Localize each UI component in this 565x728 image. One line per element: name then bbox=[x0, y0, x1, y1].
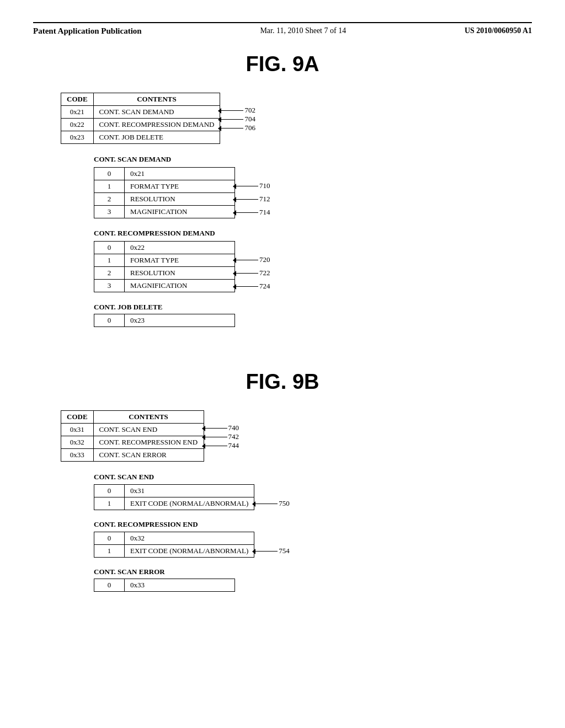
ref-704: 704 bbox=[220, 115, 255, 124]
arrow-icon bbox=[236, 260, 258, 260]
arrow-icon bbox=[221, 110, 243, 111]
sub-table-wrapper: 0 0x31 1 EXIT CODE (NORMAL/ABNORMAL) 750 bbox=[94, 484, 504, 510]
col-header-code: CODE bbox=[61, 93, 94, 106]
contents-cell: 0x31 bbox=[125, 484, 254, 497]
index-cell: 0 bbox=[94, 532, 125, 544]
code-cell: 0x31 bbox=[61, 424, 94, 436]
sub-section-title: CONT. SCAN ERROR bbox=[94, 568, 504, 576]
contents-cell: 0x32 bbox=[125, 532, 254, 544]
table-row: 1 FORMAT TYPE bbox=[94, 254, 235, 266]
fig9b-main-table-wrapper: CODE CONTENTS 0x31 CONT. SCAN END 0x32 C… bbox=[61, 410, 504, 462]
fig9b-ref-labels: 740 742 744 bbox=[204, 410, 239, 450]
ref-number: 720 bbox=[259, 255, 270, 264]
index-cell: 0 bbox=[94, 579, 125, 592]
table-row: 0x33 CONT. SCAN ERROR bbox=[61, 449, 204, 462]
section-gap bbox=[61, 337, 504, 359]
col-header-contents: CONTENTS bbox=[93, 411, 204, 424]
table-row: 3 MAGNIFICATION bbox=[94, 205, 235, 218]
index-cell: 1 bbox=[94, 544, 125, 557]
cont-job-delete-table: 0 0x23 bbox=[94, 314, 235, 327]
page-header: Patent Application Publication Mar. 11, … bbox=[33, 22, 532, 36]
table-row: 0 0x22 bbox=[94, 241, 235, 254]
cont-scan-error-section: CONT. SCAN ERROR 0 0x33 bbox=[94, 568, 504, 592]
ref-number: 712 bbox=[259, 195, 270, 204]
fig9a-main-table: CODE CONTENTS 0x21 CONT. SCAN DEMAND 0x2… bbox=[61, 93, 220, 144]
contents-cell: EXIT CODE (NORMAL/ABNORMAL) bbox=[125, 497, 254, 510]
contents-cell: 0x23 bbox=[125, 314, 235, 327]
header-left: Patent Application Publication bbox=[33, 26, 142, 36]
header-right: US 2010/0060950 A1 bbox=[465, 26, 532, 35]
table-row: 0x22 CONT. RECOMPRESSION DEMAND bbox=[61, 119, 220, 131]
ref-number: 706 bbox=[244, 124, 255, 132]
ref-number: 744 bbox=[228, 441, 239, 450]
ref-number: 742 bbox=[228, 432, 239, 441]
ref-702: 702 bbox=[220, 106, 255, 115]
table-row: 0 0x31 bbox=[94, 484, 254, 497]
ref-number: 750 bbox=[279, 499, 290, 508]
ref-number: 714 bbox=[259, 208, 270, 217]
table-row: 0 0x21 bbox=[94, 167, 235, 180]
index-cell: 1 bbox=[94, 254, 125, 266]
arrow-icon bbox=[236, 186, 258, 186]
table-row: 2 RESOLUTION bbox=[94, 192, 235, 205]
cont-job-delete-section: CONT. JOB DELETE 0 0x23 bbox=[94, 303, 504, 327]
ref-740: 740 bbox=[204, 424, 239, 432]
cont-recompression-demand-section: CONT. RECOMPRESSION DEMAND 0 0x22 1 FORM… bbox=[94, 229, 504, 293]
code-cell: 0x21 bbox=[61, 106, 94, 119]
arrow-icon bbox=[236, 199, 258, 200]
contents-cell: RESOLUTION bbox=[125, 192, 235, 205]
code-cell: 0x33 bbox=[61, 449, 94, 462]
ref-number: 724 bbox=[259, 282, 270, 291]
index-cell: 1 bbox=[94, 180, 125, 192]
ref-742: 742 bbox=[204, 432, 239, 441]
cont-recompression-end-section: CONT. RECOMPRESSION END 0 0x32 1 EXIT CO… bbox=[94, 520, 504, 558]
ref-750: 750 bbox=[254, 497, 290, 510]
ref-754: 754 bbox=[254, 544, 290, 558]
contents-cell: CONT. RECOMPRESSION DEMAND bbox=[93, 119, 220, 131]
fig9a-main-table-wrapper: CODE CONTENTS 0x21 CONT. SCAN DEMAND 0x2… bbox=[61, 93, 504, 144]
sub-table-wrapper: 0 0x22 1 FORMAT TYPE 2 RESOLUTION 3 MAGN… bbox=[94, 240, 504, 293]
cont-scan-demand-section: CONT. SCAN DEMAND 0 0x21 1 FORMAT TYPE 2… bbox=[94, 155, 504, 219]
contents-cell: RESOLUTION bbox=[125, 266, 235, 279]
contents-cell: MAGNIFICATION bbox=[125, 205, 235, 218]
arrow-icon bbox=[236, 286, 258, 287]
ref-722: 722 bbox=[235, 266, 270, 280]
table-row: 0 0x33 bbox=[94, 579, 235, 592]
sub-ref-labels: 710 712 714 bbox=[235, 166, 270, 219]
contents-cell: MAGNIFICATION bbox=[125, 279, 235, 292]
cont-scan-error-table: 0 0x33 bbox=[94, 579, 235, 592]
ref-number: 710 bbox=[259, 181, 270, 190]
main-content: FIG. 9A CODE CONTENTS 0x21 CONT. SCAN DE… bbox=[33, 52, 532, 592]
arrow-icon bbox=[205, 437, 227, 437]
sub-table-wrapper: 0 0x23 bbox=[94, 314, 504, 327]
ref-706: 706 bbox=[220, 124, 255, 132]
col-header-code: CODE bbox=[61, 411, 94, 424]
index-cell: 0 bbox=[94, 241, 125, 254]
index-cell: 0 bbox=[94, 484, 125, 497]
table-row: 1 EXIT CODE (NORMAL/ABNORMAL) bbox=[94, 497, 254, 510]
sub-table-wrapper: 0 0x21 1 FORMAT TYPE 2 RESOLUTION 3 MAGN… bbox=[94, 166, 504, 219]
index-cell: 3 bbox=[94, 205, 125, 218]
index-cell: 0 bbox=[94, 314, 125, 327]
fig9b-title: FIG. 9B bbox=[61, 370, 504, 394]
arrow-icon bbox=[236, 212, 258, 213]
contents-cell: CONT. JOB DELETE bbox=[93, 131, 220, 144]
code-cell: 0x22 bbox=[61, 119, 94, 131]
ref-number: 722 bbox=[259, 269, 270, 277]
cont-scan-demand-table: 0 0x21 1 FORMAT TYPE 2 RESOLUTION 3 MAGN… bbox=[94, 167, 235, 218]
arrow-icon bbox=[221, 119, 243, 120]
index-cell: 1 bbox=[94, 497, 125, 510]
sub-section-title: CONT. JOB DELETE bbox=[94, 303, 504, 312]
ref-712: 712 bbox=[235, 192, 270, 206]
sub-section-title: CONT. SCAN END bbox=[94, 473, 504, 481]
contents-cell: CONT. SCAN ERROR bbox=[93, 449, 204, 462]
cont-scan-end-table: 0 0x31 1 EXIT CODE (NORMAL/ABNORMAL) bbox=[94, 484, 254, 510]
table-row: 1 FORMAT TYPE bbox=[94, 180, 235, 192]
arrow-icon bbox=[221, 128, 243, 129]
contents-cell: 0x33 bbox=[125, 579, 235, 592]
table-row: 0x21 CONT. SCAN DEMAND bbox=[61, 106, 220, 119]
ref-number: 702 bbox=[244, 106, 255, 115]
contents-cell: CONT. SCAN END bbox=[93, 424, 204, 436]
ref-724: 724 bbox=[235, 280, 270, 293]
contents-cell: CONT. RECOMPRESSION END bbox=[93, 436, 204, 449]
